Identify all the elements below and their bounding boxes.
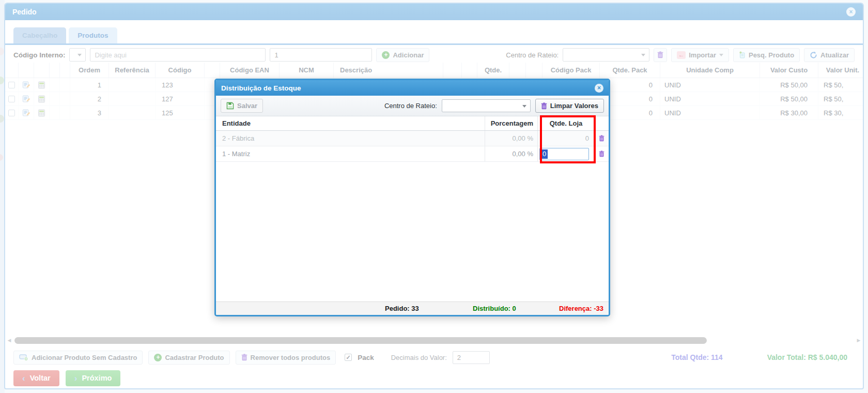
salvar-button[interactable]: Salvar bbox=[221, 99, 263, 113]
cell-porcentagem: 0,00 % bbox=[485, 131, 537, 146]
modal-centro-rateio-label: Centro de Rateio: bbox=[384, 102, 437, 110]
distribuido-total: Distribuído: 0 bbox=[473, 302, 516, 315]
chevron-down-icon bbox=[522, 105, 526, 108]
save-icon bbox=[226, 102, 234, 110]
cell-porcentagem: 0,00 % bbox=[485, 146, 537, 161]
modal-titlebar: Distribuição de Estoque × bbox=[216, 80, 609, 96]
trash-icon bbox=[541, 102, 547, 110]
modal-title: Distribuição de Estoque bbox=[221, 84, 301, 92]
row-trash-cell[interactable] bbox=[594, 131, 609, 146]
modal-centro-rateio-combo[interactable] bbox=[442, 99, 531, 112]
header-porcentagem[interactable]: Porcentagem bbox=[485, 116, 537, 130]
limpar-valores-label: Limpar Valores bbox=[550, 102, 598, 110]
diferenca-total: Diferença: -33 bbox=[559, 302, 603, 315]
modal-footer: Pedido: 33 Distribuído: 0 Diferença: -33 bbox=[216, 301, 609, 315]
salvar-label: Salvar bbox=[237, 102, 257, 110]
trash-icon bbox=[599, 135, 605, 142]
cell-entidade: 1 - Matriz bbox=[216, 146, 485, 161]
trash-icon bbox=[599, 150, 605, 157]
row-trash-cell[interactable] bbox=[594, 146, 609, 161]
distribuicao-estoque-modal: Distribuição de Estoque × Salvar Centro … bbox=[214, 79, 610, 316]
modal-close-icon[interactable]: × bbox=[595, 84, 603, 93]
limpar-valores-button[interactable]: Limpar Valores bbox=[535, 99, 604, 113]
cell-entidade: 2 - Fábrica bbox=[216, 131, 485, 146]
header-entidade[interactable]: Entidade bbox=[216, 116, 485, 130]
pedido-total: Pedido: 33 bbox=[385, 302, 419, 315]
screen: Pedido × Cabeçalho Produtos Código Inter… bbox=[0, 0, 868, 393]
qtde-loja-highlight-rectangle bbox=[540, 115, 596, 163]
modal-toolbar: Salvar Centro de Rateio: Limpar Valores bbox=[216, 96, 609, 116]
